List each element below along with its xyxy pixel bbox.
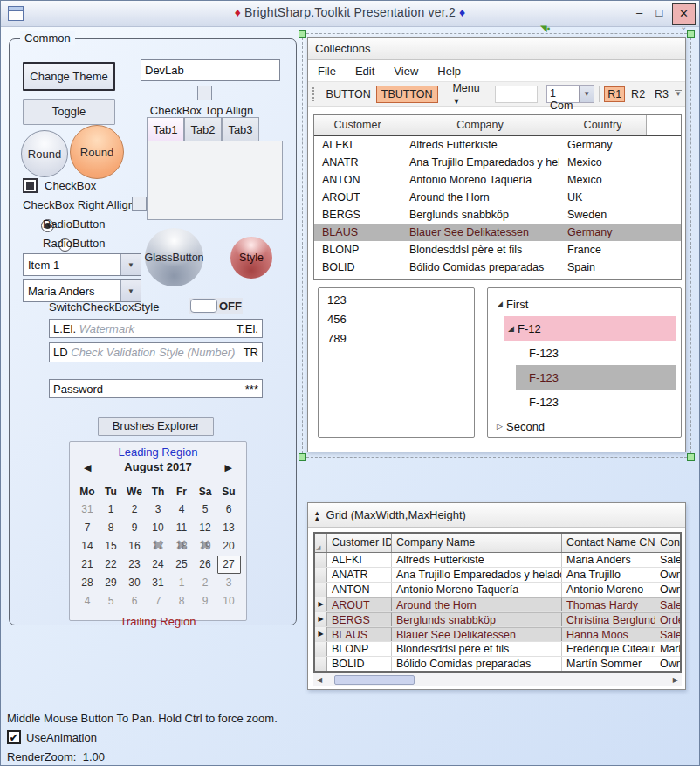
toolbar-grip-icon[interactable] xyxy=(312,87,316,101)
toolbar-button[interactable]: BUTTON xyxy=(321,86,376,103)
column-header-customer-id[interactable]: Customer ID xyxy=(327,534,392,552)
calendar-next-icon[interactable]: ▶ xyxy=(225,462,232,473)
toolbar-menu-button[interactable]: Menu ▼ xyxy=(447,79,488,109)
calendar-day[interactable]: 1 xyxy=(100,500,123,519)
calendar-day[interactable]: 29 xyxy=(100,574,123,592)
table-row[interactable]: ▶ BERGS Berglunds snabbköp Christina Ber… xyxy=(315,612,680,627)
column-header-country[interactable]: Country xyxy=(559,115,647,135)
calendar-day[interactable]: 8 xyxy=(170,592,194,611)
column-header-contact-name[interactable]: Contact Name CN xyxy=(562,534,655,552)
devlab-input[interactable]: DevLab xyxy=(141,59,280,81)
calendar-day[interactable]: 31 xyxy=(76,500,100,519)
collapse-icon[interactable]: ▴▴ xyxy=(315,510,319,521)
round-button-2[interactable]: Round xyxy=(70,125,124,179)
horizontal-scrollbar[interactable]: ◀ ▶ xyxy=(313,673,682,686)
calendar-day[interactable]: 5 xyxy=(100,592,123,611)
calendar-day[interactable]: 4 xyxy=(76,592,100,611)
column-header-company[interactable]: Company xyxy=(401,115,559,135)
calendar-day[interactable]: 16 xyxy=(123,537,147,556)
calendar-day[interactable]: 8 xyxy=(100,519,123,537)
toolbar-radio[interactable]: R2 xyxy=(628,86,649,102)
table-row[interactable]: ALFKI Alfreds Futterkiste Germany xyxy=(314,136,681,154)
calendar-day[interactable]: 10 xyxy=(217,592,241,611)
calendar-day[interactable]: 21 xyxy=(76,556,100,574)
list-item[interactable]: 789 xyxy=(319,328,474,348)
table-row[interactable]: ▶ AROUT Around the Horn Thomas Hardy Sal… xyxy=(315,597,680,612)
calendar-day[interactable]: 10 xyxy=(147,519,170,537)
chevron-down-icon[interactable]: ▼ xyxy=(120,280,141,301)
row-header[interactable]: ▶ xyxy=(315,597,327,611)
calendar-day[interactable]: 22 xyxy=(100,556,123,574)
table-row[interactable]: ANTON Antonio Moreno Taquería Mexico xyxy=(314,171,681,189)
calendar-day[interactable]: 11 xyxy=(170,519,194,537)
round-button-1[interactable]: Round xyxy=(21,130,68,177)
resize-handle-top-right[interactable] xyxy=(687,30,695,38)
row-header[interactable] xyxy=(315,568,327,582)
glass-button[interactable]: GlassButton xyxy=(145,228,203,286)
tree-item[interactable]: F-123 xyxy=(516,341,676,365)
calendar-day[interactable]: 6 xyxy=(217,500,241,519)
calendar-day[interactable]: 2 xyxy=(123,500,147,519)
toggle-button[interactable]: Toggle xyxy=(23,99,115,125)
table-row[interactable]: BERGS Berglunds snabbköp Sweden xyxy=(314,206,681,224)
use-animation-checkbox[interactable]: ✔ xyxy=(7,730,21,744)
resize-handle-bottom-left[interactable] xyxy=(299,453,306,461)
table-row[interactable]: BLONP Blondesddsl père et fils France xyxy=(314,241,681,259)
toolbar-radio[interactable]: R3 xyxy=(651,86,672,102)
scroll-right-icon[interactable]: ▶ xyxy=(669,676,682,684)
collections-title-bar[interactable]: Collections xyxy=(308,38,685,60)
resize-handle-bottom-right[interactable] xyxy=(687,453,695,461)
brushes-explorer-button[interactable]: Brushes Explorer xyxy=(98,417,214,436)
table-row[interactable]: ALFKI Alfreds Futterkiste Maria Anders S… xyxy=(315,553,680,568)
toolbar-overflow-icon[interactable]: ▼ xyxy=(675,90,682,98)
menu-item[interactable]: Help xyxy=(428,62,470,80)
menu-item[interactable]: File xyxy=(308,62,346,80)
row-header[interactable]: ▶ xyxy=(315,627,327,641)
calendar-month-label[interactable]: August 2017 xyxy=(70,460,246,473)
scroll-left-icon[interactable]: ◀ xyxy=(313,676,326,684)
combo-maria-anders[interactable]: Maria Anders ▼ xyxy=(23,279,141,302)
switch-checkbox[interactable]: OFF xyxy=(189,298,243,314)
tree-item[interactable]: F-123 xyxy=(516,365,676,390)
row-header[interactable]: ▶ xyxy=(315,612,327,626)
calendar-day[interactable]: 7 xyxy=(147,592,170,611)
chevron-down-icon[interactable]: ▼ xyxy=(579,86,594,102)
scrollbar-thumb[interactable] xyxy=(334,675,415,685)
calendar-day[interactable]: 23 xyxy=(123,556,147,574)
watermark-input[interactable]: L.El. Watermark T.El. xyxy=(49,319,263,338)
calendar-day[interactable]: 27 xyxy=(217,556,241,574)
calendar-day[interactable]: 13 xyxy=(217,519,241,537)
calendar-day[interactable]: 5 xyxy=(194,500,217,519)
column-header-customer[interactable]: Customer xyxy=(314,115,401,135)
table-row[interactable]: BOLID Bólido Comidas preparadas Martín S… xyxy=(315,657,680,672)
table-row[interactable]: BLONP Blondesddsl père et fils Frédériqu… xyxy=(315,642,680,657)
tab[interactable]: Tab1 xyxy=(147,117,184,141)
calendar-day[interactable]: 9 xyxy=(123,519,147,537)
table-row[interactable]: ANTON Antonio Moreno Taquería Antonio Mo… xyxy=(315,583,680,597)
calendar-day[interactable]: 15 xyxy=(100,537,123,556)
chevron-down-icon[interactable]: ▼ xyxy=(120,254,141,275)
tree-expander-icon[interactable]: ◢ xyxy=(504,324,518,333)
switch-knob[interactable] xyxy=(190,299,217,313)
calendar-day[interactable]: 30 xyxy=(123,574,147,592)
menu-item[interactable]: View xyxy=(384,62,428,80)
tree-item[interactable]: ▷ Second xyxy=(493,414,676,438)
validation-input[interactable]: LD Check Validation Style (Number) TR xyxy=(49,342,263,362)
calendar-day[interactable]: 19 xyxy=(194,537,217,556)
tree-expander-icon[interactable]: ▷ xyxy=(493,422,506,431)
calendar-prev-icon[interactable]: ◀ xyxy=(84,462,91,473)
column-header-company-name[interactable]: Company Name xyxy=(392,534,562,552)
calendar-day[interactable]: 18 xyxy=(170,537,194,556)
title-bar[interactable]: ♦ BrightSharp.Toolkit Presentation ver.2… xyxy=(1,1,699,27)
checkbox-checked[interactable] xyxy=(23,178,38,193)
toolbar-textbox[interactable] xyxy=(495,86,538,103)
list-item[interactable]: 456 xyxy=(319,309,474,328)
grid-window-title-bar[interactable]: ▴▴ Grid (MaxWidth,MaxHeight) xyxy=(308,503,685,528)
calendar-day[interactable]: 31 xyxy=(147,574,170,592)
table-row[interactable]: ANATR Ana Trujillo Emparedados y hela Me… xyxy=(314,154,681,171)
column-header-contact-title[interactable]: Conta xyxy=(655,534,680,552)
calendar-day[interactable]: 26 xyxy=(194,556,217,574)
tree-item[interactable]: F-123 xyxy=(516,390,676,414)
table-row[interactable]: AROUT Around the Horn UK xyxy=(314,189,681,206)
toolbar-combobox[interactable]: 1 Com ▼ xyxy=(546,85,594,103)
